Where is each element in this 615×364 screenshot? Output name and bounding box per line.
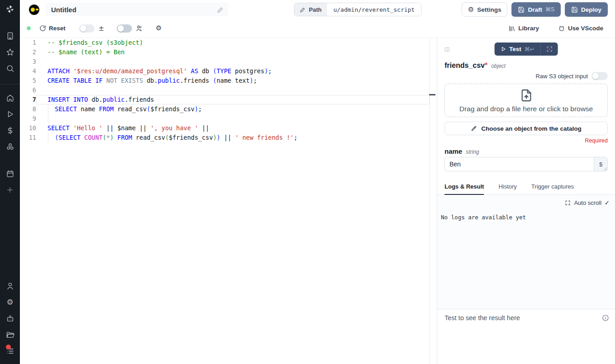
line-number: 7 (20, 95, 36, 104)
arg-friends-csv-label: friends_csv* (445, 61, 487, 70)
star-icon (6, 48, 14, 57)
overview-ruler[interactable] (430, 38, 437, 364)
workspace-icon (6, 32, 14, 40)
sidebar-item-resources[interactable] (0, 142, 20, 152)
line-number: 9 (20, 114, 36, 123)
sidebar-item-home[interactable] (0, 94, 20, 104)
draft-button[interactable]: Draft ⌘S (511, 2, 561, 17)
pipette-icon (471, 125, 477, 132)
deploy-button[interactable]: Deploy (565, 2, 608, 17)
sidebar-item-settings[interactable]: ⚙ (0, 298, 20, 308)
sidebar-divider (0, 84, 20, 85)
code-line-3[interactable]: 3 (20, 57, 437, 66)
path-edit-button[interactable]: Path (294, 3, 327, 16)
line-number: 1 (20, 38, 36, 47)
arg-name-label: name (445, 147, 462, 155)
settings-button[interactable]: ⚙ Settings (462, 2, 508, 17)
script-path[interactable]: u/admin/reverent_script (327, 3, 421, 16)
collab-toggle[interactable] (117, 24, 132, 33)
code-line-5[interactable]: 5CREATE TABLE IF NOT EXISTS db.public.fr… (20, 76, 437, 85)
code-line-6[interactable]: 6 (20, 85, 437, 95)
run-panel: Test ⌘↵ friends_csv* object (437, 38, 615, 364)
sidebar-item-home-logo[interactable] (0, 5, 20, 14)
code-line-2[interactable]: 2-- $name (text) = Ben (20, 47, 437, 57)
library-button[interactable]: Library (508, 25, 539, 32)
topbar: Untitled Path u/admin/reverent_script ⚙ … (20, 0, 615, 19)
file-upload-icon (519, 88, 534, 103)
result-placeholder: Test to see the result here (445, 314, 520, 321)
raw-s3-label: Raw S3 object input (535, 73, 588, 80)
line-content: SELECT 'Hello ' || $name || ', you have … (47, 123, 209, 133)
tab-logs-result[interactable]: Logs & Result (445, 183, 484, 195)
sidebar-item-search[interactable] (0, 64, 20, 74)
expand-icon[interactable] (565, 200, 571, 206)
sidebar-item-user[interactable] (0, 282, 20, 292)
arg-name-type: string (466, 149, 479, 155)
collapse-panel-icon[interactable] (444, 46, 450, 53)
line-content: (SELECT COUNT(*) FROM read_csv($friends_… (47, 133, 298, 142)
code-line-10[interactable]: 10SELECT 'Hello ' || $name || ', you hav… (20, 123, 437, 133)
code-line-9[interactable]: 9 (20, 114, 437, 123)
sidebar-item-folders[interactable] (0, 331, 20, 340)
cursor-position-mark (429, 94, 435, 95)
edit-title-icon[interactable] (217, 6, 224, 13)
sidebar-item-schedules[interactable] (0, 170, 20, 180)
logs-empty-message: No logs are available yet (441, 214, 610, 221)
editor-settings-icon[interactable]: ⚙ (156, 24, 161, 33)
use-vscode-button[interactable]: Use VScode (558, 25, 603, 32)
editor-toolbar: Reset ± ⚙ Library Use VScode (20, 19, 615, 38)
test-button[interactable]: Test ⌘↵ (494, 43, 540, 56)
sidebar-item-favorites[interactable] (0, 48, 20, 58)
play-icon (6, 110, 14, 118)
line-content: INSERT INTO db.public.friends (47, 95, 154, 104)
choose-object-button[interactable]: Choose an object from the catalog (445, 122, 608, 135)
windmill-logo-icon (5, 5, 15, 14)
test-button-group: Test ⌘↵ (494, 43, 558, 56)
test-shortcut: ⌘↵ (525, 46, 535, 52)
sidebar-item-changelog[interactable] (0, 347, 20, 357)
sidebar-item-variables[interactable] (0, 126, 20, 136)
raw-s3-toggle[interactable] (591, 72, 608, 80)
tab-trigger-captures[interactable]: Trigger captures (531, 183, 574, 194)
sidebar-item-ai[interactable] (0, 314, 20, 324)
sidebar-item-add[interactable] (0, 186, 20, 196)
name-input-wrap: $ (445, 157, 608, 171)
user-icon (6, 282, 14, 290)
library-icon (508, 25, 516, 32)
auto-scroll-checkbox[interactable]: ✓ (605, 199, 610, 206)
plus-icon (6, 186, 14, 194)
duckdb-language-icon (29, 5, 39, 15)
code-line-4[interactable]: 4ATTACH '$res:u/demo/amazed_postgresql' … (20, 66, 437, 76)
line-content: CREATE TABLE IF NOT EXISTS db.public.fri… (47, 76, 257, 85)
result-tabs: Logs & Result History Trigger captures (437, 183, 615, 195)
arg-friends-csv-type: object (491, 63, 506, 69)
home-icon (6, 94, 14, 102)
diff-toggle[interactable] (79, 24, 95, 33)
gear-icon: ⚙ (468, 5, 474, 14)
sidebar-item-workspace[interactable] (0, 32, 20, 42)
code-line-11[interactable]: 11 (SELECT COUNT(*) FROM read_csv($frien… (20, 133, 437, 142)
capture-run-button[interactable] (541, 43, 558, 56)
search-icon (6, 64, 14, 73)
code-line-7[interactable]: 7INSERT INTO db.public.friends (20, 95, 437, 104)
line-content: -- $friends_csv (s3object) (47, 38, 143, 47)
line-number: 11 (20, 133, 36, 142)
name-input[interactable] (445, 157, 594, 171)
line-number: 10 (20, 123, 36, 133)
line-content: SELECT name FROM read_csv($friends_csv); (47, 104, 202, 114)
code-line-1[interactable]: 1-- $friends_csv (s3object) (20, 38, 437, 47)
result-pane: Test to see the result here (437, 309, 615, 364)
sidebar-item-runs[interactable] (0, 110, 20, 120)
script-title-field[interactable]: Untitled (46, 3, 228, 16)
file-dropzone[interactable]: Drag and drop a file here or click to br… (445, 84, 608, 117)
code-line-8[interactable]: 8 SELECT name FROM read_csv($friends_csv… (20, 104, 437, 114)
info-icon[interactable] (602, 314, 609, 321)
line-number: 8 (20, 104, 36, 114)
reset-button[interactable]: Reset (39, 25, 66, 32)
tab-history[interactable]: History (498, 183, 516, 194)
folder-icon (6, 331, 14, 339)
line-content: -- $name (text) = Ben (47, 47, 125, 57)
dollar-icon (6, 126, 14, 135)
draft-shortcut: ⌘S (545, 6, 554, 13)
code-editor[interactable]: 1-- $friends_csv (s3object)2-- $name (te… (20, 38, 437, 364)
